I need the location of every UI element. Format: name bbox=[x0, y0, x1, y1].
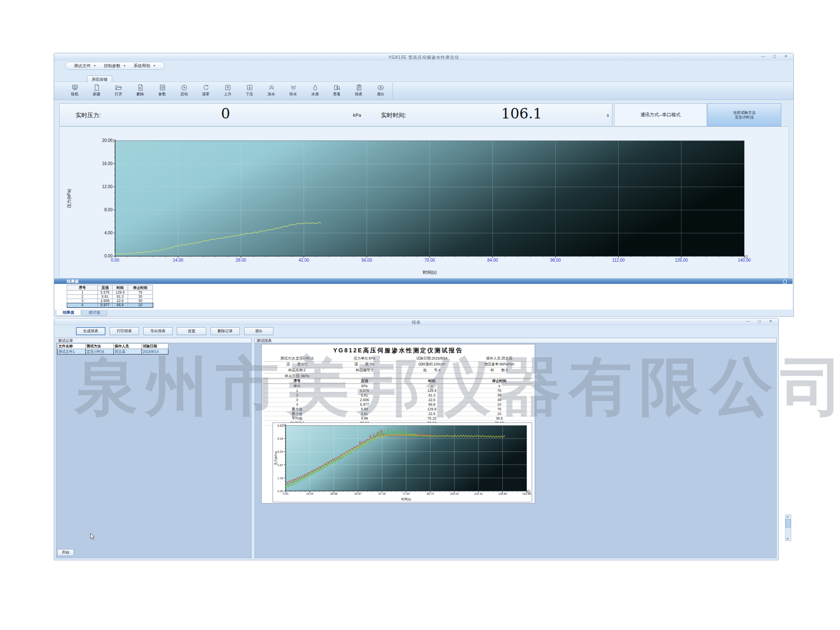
records-panel-title: 测试记录 bbox=[56, 338, 252, 343]
toolbar-button-new[interactable]: 新建 bbox=[86, 82, 108, 99]
monitor-icon bbox=[71, 84, 79, 91]
toolbar-button-label: 参数 bbox=[158, 92, 166, 97]
table-row[interactable]: 15.575129.976 bbox=[67, 291, 153, 295]
report-page: YG812E高压伺服渗水性测定仪测试报告 测试方法:定压计时法压力单位:kPa试… bbox=[261, 344, 535, 504]
toolbar-button-press-down[interactable]: 下压 bbox=[239, 82, 260, 99]
report-table-cell: 129.9 bbox=[398, 388, 466, 393]
report-data-table: 序号压强时间停止时间单位kPass15.575129.97625.8181.33… bbox=[263, 378, 533, 425]
toolbar-button-drain-water[interactable]: 排水 bbox=[282, 82, 304, 99]
toolbar-button-add-water[interactable]: 加水 bbox=[260, 82, 282, 99]
report-table-row: 最小值2.6122.610 bbox=[263, 412, 533, 416]
menu-control-params[interactable]: 控制参数▼ bbox=[100, 63, 129, 69]
start-button[interactable]: 开始 bbox=[57, 549, 74, 556]
menu-test-file[interactable]: 测试文件▼ bbox=[71, 63, 100, 69]
toolbar-button-label: 新建 bbox=[93, 92, 100, 97]
report-button-3[interactable]: 导出报表 bbox=[143, 327, 173, 335]
toolbar-button-parameters[interactable]: 参数 bbox=[151, 82, 173, 99]
report-table-row: 平均值4.9975.1536.5 bbox=[263, 416, 533, 421]
maximize-icon[interactable]: ◻ bbox=[772, 54, 777, 58]
toolbar-button-rise[interactable]: 上升 bbox=[217, 82, 239, 99]
tick-label: 4.00 bbox=[278, 450, 283, 453]
chevrons-up-icon bbox=[268, 84, 276, 91]
records-panel: 文件名称测试方法操作人员试验日期测试文件1定压计时法田文高2015/8/14 开… bbox=[56, 343, 252, 558]
toolbar-button-water-drop[interactable]: 水滴 bbox=[304, 82, 326, 99]
tick-label: 84.00 bbox=[487, 258, 498, 262]
column-header: 时间 bbox=[113, 285, 128, 291]
toolbar: 联机新建打开删除参数启动清零上升下压加水排水水滴查看报表退出 bbox=[64, 82, 393, 99]
report-table-cell: 3 bbox=[263, 398, 331, 402]
tick-label: 28.58 bbox=[330, 492, 337, 495]
tick-label: 42.87 bbox=[354, 492, 362, 495]
report-table-cell: 81.3 bbox=[398, 393, 466, 397]
report-table-row: 25.8181.330 bbox=[263, 393, 533, 398]
table-row[interactable]: 45.97766.810 bbox=[67, 303, 153, 307]
results-tab-2[interactable]: 统计值 bbox=[82, 310, 107, 316]
maximize-icon[interactable]: ◻ bbox=[757, 319, 762, 323]
results-body: 序号压强时间停止时间15.575129.97625.8181.33032.606… bbox=[55, 284, 793, 310]
test-method-button[interactable]: 当前试验方法 定压计时法 bbox=[707, 103, 781, 126]
column-header: 时间 bbox=[398, 378, 466, 383]
minimize-icon[interactable]: — bbox=[761, 54, 766, 58]
menu-system-help[interactable]: 系统帮助▼ bbox=[130, 63, 159, 69]
tick-label: 压力(kPa) bbox=[274, 451, 278, 465]
report-button-1[interactable]: 生成报表 bbox=[76, 327, 105, 335]
scroll-down-icon[interactable]: ▼ bbox=[786, 538, 789, 540]
report-table-cell: 76 bbox=[466, 407, 533, 411]
play-circle-icon bbox=[180, 84, 188, 91]
table-row[interactable]: 32.60622.630 bbox=[67, 299, 153, 303]
toolbar-button-delete[interactable]: 删除 bbox=[129, 82, 151, 99]
column-header: 压强 bbox=[98, 285, 113, 291]
report-button-4[interactable]: 设置 bbox=[177, 327, 206, 335]
report-table-cell: 最小值 bbox=[263, 412, 331, 416]
toolbar-button-zero[interactable]: 清零 bbox=[195, 82, 217, 99]
minimize-icon[interactable]: — bbox=[746, 319, 751, 323]
report-info-cell: 样品编号:3 bbox=[331, 368, 399, 373]
report-panel-title: 测试报表 bbox=[255, 338, 777, 343]
toolbar-button-view[interactable]: 查看 bbox=[326, 82, 348, 99]
table-cell: 81.3 bbox=[113, 295, 128, 299]
comm-mode-button[interactable]: 通讯方式--串口模式 bbox=[614, 103, 707, 126]
close-icon[interactable]: ✕ bbox=[783, 54, 788, 58]
table-row[interactable]: 25.8181.330 bbox=[67, 295, 153, 299]
report-button-6[interactable]: 退出 bbox=[244, 327, 273, 335]
table-header-row: 文件名称测试方法操作人员试验日期 bbox=[58, 344, 168, 349]
toolbar-button-open[interactable]: 打开 bbox=[108, 82, 129, 99]
tick-label: 1.33 bbox=[278, 477, 283, 480]
report-button-2[interactable]: 打印报表 bbox=[110, 327, 139, 335]
report-table-cell: 5.977 bbox=[331, 402, 399, 407]
table-cell: 22.6 bbox=[113, 299, 128, 303]
report-table-cell: 平均值 bbox=[263, 416, 331, 420]
close-icon[interactable]: ✕ bbox=[768, 319, 773, 323]
report-table-cell: 76 bbox=[466, 388, 533, 393]
report-table-cell: 5.81 bbox=[331, 393, 399, 397]
results-tab-1[interactable]: 结果值 bbox=[56, 310, 81, 316]
report-table-cell: 5.575 bbox=[331, 388, 399, 393]
report-info-cell: 测试方法:定压计时法 bbox=[263, 356, 331, 362]
record-row[interactable]: 测试文件1定压计时法田文高2015/8/14 bbox=[58, 349, 168, 354]
arrow-down-box-icon bbox=[246, 84, 254, 91]
report-button-5[interactable]: 删除记录 bbox=[210, 327, 240, 335]
scroll-up-icon[interactable]: ▲ bbox=[786, 515, 789, 518]
time-label: 实时时间: bbox=[381, 112, 406, 119]
pin-icon[interactable] bbox=[783, 280, 787, 284]
results-scrollbar[interactable]: ▲ ▼ bbox=[785, 514, 791, 541]
toolbar-button-start[interactable]: 启动 bbox=[173, 82, 195, 99]
main-window: YG812E 型高压伺服渗水性测定仪 — ◻ ✕ 测试文件▼控制参数▼系统帮助▼… bbox=[54, 53, 794, 317]
toolbar-button-connect[interactable]: 联机 bbox=[64, 82, 86, 99]
tick-label: 14.29 bbox=[306, 492, 313, 495]
record-cell: 测试文件1 bbox=[58, 349, 86, 354]
tick-label: 0.00 bbox=[283, 492, 288, 495]
toolbar-button-report[interactable]: 报表 bbox=[348, 82, 370, 99]
table-cell: 30 bbox=[128, 295, 153, 299]
tick-label: 5.34 bbox=[278, 437, 283, 440]
report-table-cell: 75.15 bbox=[398, 416, 466, 420]
time-unit: s bbox=[606, 113, 609, 118]
tab-system-keys[interactable]: 系统按键 bbox=[87, 76, 112, 82]
magnifier-book-icon bbox=[333, 84, 341, 91]
toolbar-button-exit[interactable]: 退出 bbox=[370, 82, 391, 99]
toolbar-button-label: 加水 bbox=[268, 92, 275, 97]
report-info-cell: 湿 度:7% bbox=[331, 362, 399, 368]
scroll-thumb[interactable] bbox=[785, 519, 791, 528]
table-cell: 2.606 bbox=[98, 299, 113, 303]
results-header-bar: 结果值 bbox=[54, 278, 793, 284]
